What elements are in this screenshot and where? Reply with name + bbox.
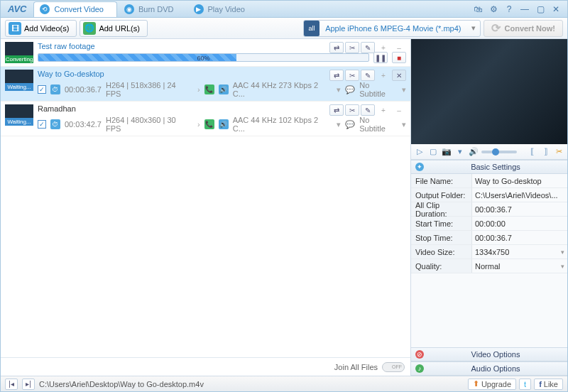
- checkbox[interactable]: ✓: [38, 85, 46, 94]
- volume-slider[interactable]: [481, 151, 517, 153]
- list-item[interactable]: Waiting... Ramadhan ✓ ⏱ 00:03:42.7 H264 …: [1, 102, 410, 136]
- help-icon[interactable]: ?: [502, 3, 516, 16]
- quality-select[interactable]: Normal: [472, 262, 567, 271]
- twitter-button[interactable]: t: [519, 379, 531, 390]
- remove-button[interactable]: ✕: [392, 70, 406, 81]
- bracket-right-icon[interactable]: ⟧: [540, 146, 551, 158]
- scissors-icon[interactable]: ✂: [553, 146, 564, 158]
- cut-button[interactable]: ✂: [345, 42, 359, 53]
- play-button[interactable]: ▷: [414, 146, 425, 158]
- facebook-like-button[interactable]: fLike: [534, 379, 563, 390]
- settings-grid: File Name:Way to Go-desktop Output Folde…: [411, 174, 567, 273]
- wand-button[interactable]: ✎: [361, 42, 375, 53]
- close-button[interactable]: ✕: [549, 3, 563, 16]
- stop-button[interactable]: ■: [392, 52, 406, 63]
- audio-codec: AAC 44 KHz 273 Kbps 2 C...: [233, 81, 333, 98]
- setting-key: All Clip Duration:: [411, 202, 472, 216]
- minimize-button[interactable]: —: [518, 3, 532, 16]
- setting-key: File Name:: [411, 174, 472, 187]
- start-time-field[interactable]: 00:00:00: [472, 219, 567, 228]
- swap-button[interactable]: ⇄: [329, 104, 344, 116]
- chevron-down-icon[interactable]: ▾: [454, 146, 466, 158]
- convert-now-button[interactable]: ⟳Convert Now!: [484, 20, 564, 37]
- add-icon[interactable]: +: [376, 42, 390, 53]
- video-codec: H264 | 480x360 | 30 FPS: [106, 116, 193, 133]
- cut-button[interactable]: ✂: [345, 70, 359, 81]
- tab-burn-dvd[interactable]: ◉Burn DVD: [119, 1, 187, 17]
- upgrade-button[interactable]: ⬆Upgrade: [468, 379, 516, 390]
- remove-icon[interactable]: –: [392, 104, 406, 116]
- snapshot-button[interactable]: 📷: [441, 146, 452, 158]
- stop-time-field[interactable]: 00:00:36.7: [472, 234, 567, 242]
- output-profile-selector[interactable]: all Apple iPhone 6 MPEG-4 Movie (*.mp4) …: [303, 20, 480, 37]
- setting-key: Output Folder:: [411, 188, 472, 202]
- tab-label: Play Video: [208, 5, 245, 13]
- maximize-button[interactable]: ▢: [533, 3, 547, 16]
- volume-icon[interactable]: 🔊: [468, 146, 479, 158]
- button-label: Add URL(s): [99, 24, 139, 33]
- basic-settings-header[interactable]: ✦Basic Settings: [411, 160, 567, 174]
- button-label: Add Video(s): [24, 24, 69, 33]
- duration: 00:00:36.7: [65, 85, 102, 94]
- add-icon[interactable]: +: [376, 70, 390, 81]
- join-toggle[interactable]: [382, 362, 405, 372]
- subtitle-label: No Subtitle: [359, 116, 398, 133]
- toolbar: 🎞Add Video(s) 🌐Add URL(s) all Apple iPho…: [1, 18, 567, 39]
- speaker-icon: 🔊: [219, 85, 229, 94]
- wand-button[interactable]: ✎: [361, 104, 375, 116]
- prev-button[interactable]: |◂: [5, 379, 18, 390]
- audio-icon: ♪: [415, 364, 424, 373]
- file-name-field[interactable]: Way to Go-desktop: [472, 177, 567, 185]
- preview-pane[interactable]: [411, 39, 567, 144]
- add-icon[interactable]: +: [376, 104, 390, 116]
- globe-icon: 🌐: [83, 22, 96, 35]
- file-path: C:\Users\Ariel\Desktop\Way to Go-desktop…: [39, 380, 204, 388]
- status-badge: Waiting...: [5, 118, 33, 126]
- list-item[interactable]: Waiting... Way to Go-desktop ✓ ⏱ 00:00:3…: [1, 67, 410, 102]
- duration: 00:03:42.7: [65, 120, 102, 129]
- badge-label: Like: [544, 380, 558, 388]
- remove-icon[interactable]: –: [392, 42, 406, 53]
- video-codec: H264 | 518x386 | 24 FPS: [106, 81, 193, 98]
- titlebar: AVC ⟲Convert Video ◉Burn DVD ▶Play Video…: [1, 1, 567, 18]
- subtitle-label: No Subtitle: [359, 81, 398, 98]
- tab-label: Convert Video: [54, 5, 104, 13]
- tab-play-video[interactable]: ▶Play Video: [188, 1, 258, 17]
- disc-icon: ◉: [124, 4, 134, 14]
- add-videos-button[interactable]: 🎞Add Video(s): [5, 20, 77, 37]
- audio-options-header[interactable]: ♪Audio Options: [411, 361, 567, 376]
- video-icon: ⊘: [415, 350, 424, 359]
- thumbnail: Waiting...: [5, 104, 33, 126]
- bracket-left-icon[interactable]: ⟦: [526, 146, 537, 158]
- refresh-icon: ⟲: [40, 4, 50, 14]
- globe-icon: ✦: [415, 163, 424, 171]
- gear-icon[interactable]: ⚙: [486, 3, 501, 16]
- tab-convert-video[interactable]: ⟲Convert Video: [33, 1, 117, 17]
- right-panel: ▷ ▢ 📷 ▾ 🔊 ⟦ ⟧ ✂ ✦Basic Settings File Nam…: [411, 39, 567, 376]
- preview-toolbar: ▷ ▢ 📷 ▾ 🔊 ⟦ ⟧ ✂: [411, 144, 567, 160]
- film-icon: 🎞: [9, 22, 21, 35]
- list-item[interactable]: Converting Test raw footage 60% ❚❚ ■ ⇄ ✂…: [1, 39, 410, 67]
- video-size-select[interactable]: 1334x750: [472, 248, 567, 256]
- add-urls-button[interactable]: 🌐Add URL(s): [80, 20, 147, 37]
- progress-bar: 60%: [38, 53, 369, 62]
- refresh-icon: ⟳: [491, 21, 501, 35]
- swap-button[interactable]: ⇄: [329, 70, 344, 81]
- chevron-down-icon: ▾: [467, 23, 480, 33]
- cut-button[interactable]: ✂: [345, 104, 359, 116]
- output-folder-field[interactable]: C:\Users\Ariel\Videos\...: [472, 191, 567, 200]
- checkbox[interactable]: ✓: [38, 120, 46, 129]
- next-button[interactable]: ▸|: [22, 379, 35, 390]
- audio-codec: AAC 44 KHz 102 Kbps 2 C...: [233, 116, 333, 133]
- swap-button[interactable]: ⇄: [329, 42, 344, 53]
- pause-button[interactable]: ❚❚: [373, 52, 388, 63]
- cart-icon[interactable]: 🛍: [471, 3, 485, 16]
- setting-key: Quality:: [411, 259, 472, 273]
- speaker-icon: 🔊: [219, 119, 229, 129]
- wand-button[interactable]: ✎: [361, 70, 375, 81]
- thumbnail: Waiting...: [5, 70, 33, 91]
- video-options-header[interactable]: ⊘Video Options: [411, 347, 567, 361]
- button-label: Convert Now!: [505, 24, 556, 33]
- status-badge: Converting: [5, 55, 33, 63]
- stop-button[interactable]: ▢: [427, 146, 439, 158]
